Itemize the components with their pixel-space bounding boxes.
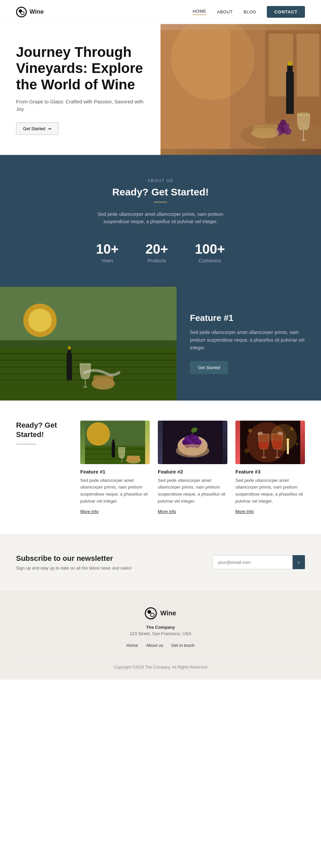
svg-point-40 (87, 422, 110, 446)
feature-3-illustration (235, 421, 305, 464)
feature-2-title: Feature #2 (158, 469, 227, 474)
svg-rect-7 (287, 65, 293, 73)
feature-3-desc: Sed pede ullamcorper amet ullamcorper pr… (235, 477, 305, 505)
about-description: Sed pede ullamcorper amet ullamcorper pr… (90, 211, 231, 225)
newsletter-submit-button[interactable]: › (293, 555, 305, 569)
features-left-block: Ready? Get Started! (16, 421, 69, 445)
nav-link-home[interactable]: HOME (193, 9, 206, 15)
feature-1-illustration (80, 421, 150, 464)
newsletter-arrow-icon: › (298, 559, 299, 565)
feature-hero-card: Feature #1 Sed pede ullamcorper amet ull… (176, 287, 321, 401)
hero-cta-label: Get Started (23, 126, 45, 131)
svg-rect-68 (263, 449, 264, 458)
feature-card-image-1 (80, 421, 150, 464)
svg-point-69 (261, 457, 266, 458)
hero-title: Journey Through Vineyards: Explore the W… (16, 44, 145, 93)
footer-logo-text: Wine (160, 609, 176, 617)
newsletter-text-block: Subscribe to our newsletter Sign up and … (16, 554, 132, 570)
svg-rect-46 (113, 440, 115, 443)
about-section: ABOUT US Ready? Get Started! Sed pede ul… (0, 155, 321, 287)
stat-customers-value: 100+ (195, 242, 225, 257)
nav-link-about[interactable]: ABOUT (217, 9, 233, 14)
hero-cta-button[interactable]: Get Started ➞ (16, 122, 59, 135)
feature-hero-overlay (0, 287, 176, 401)
svg-point-11 (300, 140, 306, 141)
arrow-right-icon: ➞ (48, 126, 52, 131)
svg-point-76 (290, 427, 294, 431)
feature-2-illustration (158, 421, 227, 464)
features-section-title: Ready? Get Started! (16, 421, 69, 440)
svg-point-71 (275, 457, 280, 458)
wine-illustration (160, 24, 321, 155)
feature-card-1: Feature #1 Sed pede ullamcorper amet ull… (80, 421, 150, 514)
svg-point-64 (176, 444, 209, 458)
newsletter-subtitle: Sign up and stay up to date on all the l… (16, 565, 132, 570)
feature-hero-description: Sed pede ullamcorper amet ullamcorper pr… (190, 329, 308, 352)
feature-card-3: Feature #3 Sed pede ullamcorper amet ull… (235, 421, 305, 514)
stat-years: 10+ Years (96, 242, 119, 264)
feature-card-image-3 (235, 421, 305, 464)
svg-rect-6 (286, 72, 294, 114)
svg-point-77 (296, 443, 298, 445)
stats-container: 10+ Years 20+ Products 100+ Customers (16, 242, 305, 264)
hero-subtitle: From Grape to Glass: Crafted with Passio… (16, 98, 145, 113)
newsletter-section: Subscribe to our newsletter Sign up and … (0, 534, 321, 591)
newsletter-form: › (212, 555, 305, 569)
nav-links: HOME ABOUT BLOG CONTACT (193, 6, 305, 18)
footer-link-home[interactable]: Home (126, 643, 138, 648)
hero-text-block: Journey Through Vineyards: Explore the W… (0, 24, 160, 155)
footer-logo: Wine (16, 607, 305, 619)
hero-image (160, 24, 321, 155)
footer-link-about[interactable]: About us (146, 643, 163, 648)
features-grid: Feature #1 Sed pede ullamcorper amet ull… (80, 421, 305, 514)
stat-products-value: 20+ (146, 242, 168, 257)
logo-icon (16, 7, 27, 18)
svg-rect-49 (127, 456, 140, 461)
feature-card-image-2 (158, 421, 227, 464)
stat-customers: 100+ Customers (195, 242, 225, 264)
feature-2-desc: Sed pede ullamcorper amet ullamcorper pr… (158, 477, 227, 505)
features-left-divider (16, 444, 36, 445)
stat-years-label: Years (96, 258, 119, 264)
feature-hero-image (0, 287, 176, 401)
footer: Wine The Company 123 Street, San Francis… (0, 591, 321, 680)
feature-card-2: Feature #2 Sed pede ullamcorper amet ull… (158, 421, 227, 514)
svg-rect-4 (297, 33, 319, 96)
logo[interactable]: Wine (16, 7, 44, 18)
newsletter-title: Subscribe to our newsletter (16, 554, 132, 563)
svg-point-78 (245, 448, 249, 453)
svg-rect-72 (287, 441, 289, 454)
footer-copyright: Copyright ©2024 The Company, All Rights … (16, 665, 305, 670)
feature-3-title: Feature #3 (235, 469, 305, 474)
navbar: Wine HOME ABOUT BLOG CONTACT (0, 0, 321, 24)
feature-hero-cta-button[interactable]: Get Started (190, 361, 228, 374)
nav-link-blog[interactable]: BLOG (244, 9, 256, 14)
footer-address: 123 Street, San Francisco, USA (16, 631, 305, 636)
wine-scene-bg (160, 24, 321, 155)
about-label: ABOUT US (16, 178, 305, 183)
footer-divider (16, 658, 305, 658)
stat-products-label: Products (146, 258, 168, 264)
feature-1-desc: Sed pede ullamcorper amet ullamcorper pr… (80, 477, 150, 505)
svg-rect-47 (122, 458, 122, 463)
feature-hero-title: Feature #1 (190, 313, 308, 323)
feature-1-title: Feature #1 (80, 469, 150, 474)
svg-rect-19 (253, 124, 278, 133)
feature-hero-section: Feature #1 Sed pede ullamcorper amet ull… (0, 287, 321, 401)
feature-1-link[interactable]: More Info (80, 509, 99, 514)
stat-products: 20+ Products (146, 242, 168, 264)
email-input[interactable] (212, 555, 293, 569)
svg-point-75 (248, 429, 252, 433)
svg-rect-8 (288, 62, 292, 66)
stat-customers-label: Customers (195, 258, 225, 264)
about-divider (154, 202, 167, 203)
feature-2-link[interactable]: More Info (158, 509, 176, 514)
footer-link-contact[interactable]: Get in touch (171, 643, 195, 648)
feature-3-link[interactable]: More Info (235, 509, 254, 514)
contact-button[interactable]: CONTACT (267, 6, 305, 18)
stat-years-value: 10+ (96, 242, 119, 257)
svg-point-74 (287, 439, 289, 440)
logo-text: Wine (29, 8, 44, 16)
about-title: Ready? Get Started! (16, 186, 305, 198)
footer-logo-icon (145, 607, 157, 619)
